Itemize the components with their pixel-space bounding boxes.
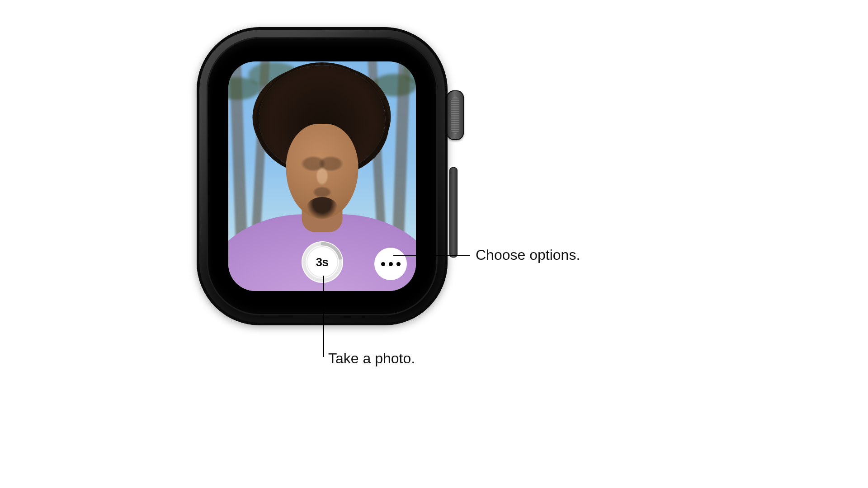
callout-leader bbox=[393, 255, 470, 256]
camera-viewfinder[interactable]: 3s bbox=[228, 61, 416, 291]
more-options-button[interactable] bbox=[374, 248, 407, 280]
digital-crown[interactable] bbox=[447, 90, 464, 140]
watch-case: 3s bbox=[197, 27, 448, 325]
ellipsis-icon bbox=[389, 262, 393, 266]
shutter-button[interactable]: 3s bbox=[302, 241, 343, 283]
watch-side-button[interactable] bbox=[449, 167, 458, 258]
ellipsis-icon bbox=[396, 262, 401, 266]
callout-choose-options: Choose options. bbox=[476, 247, 580, 263]
shutter-timer-ring bbox=[302, 241, 343, 283]
callout-take-photo: Take a photo. bbox=[328, 350, 415, 367]
watch-screen: 3s bbox=[228, 61, 416, 291]
figure-stage: 3s Choose options. Take a photo. bbox=[0, 0, 868, 488]
callout-leader bbox=[323, 276, 324, 357]
ellipsis-icon bbox=[381, 262, 385, 266]
